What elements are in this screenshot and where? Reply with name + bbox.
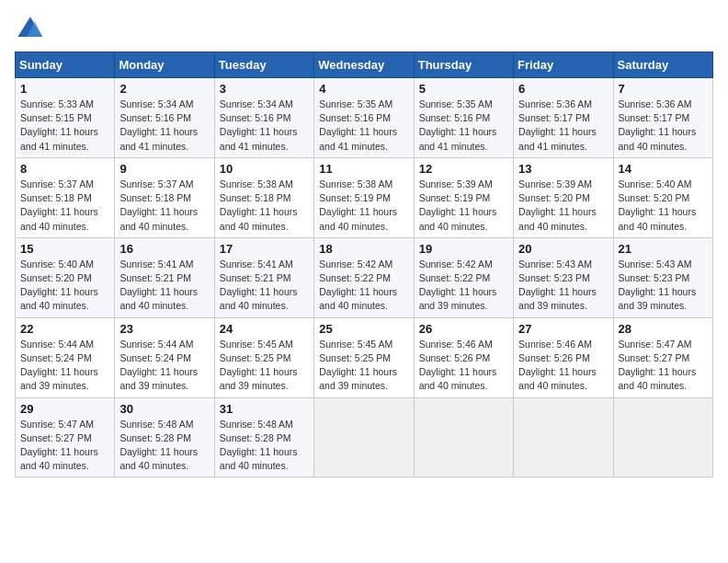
calendar-week-row: 15 Sunrise: 5:40 AM Sunset: 5:20 PM Dayl… — [16, 237, 713, 317]
day-number: 30 — [119, 402, 209, 416]
day-number: 4 — [319, 82, 408, 96]
calendar-day-16: 16 Sunrise: 5:41 AM Sunset: 5:21 PM Dayl… — [115, 237, 214, 317]
day-info: Sunrise: 5:41 AM Sunset: 5:21 PM Dayligh… — [220, 258, 309, 314]
day-info: Sunrise: 5:47 AM Sunset: 5:27 PM Dayligh… — [619, 338, 708, 394]
day-info: Sunrise: 5:45 AM Sunset: 5:25 PM Dayligh… — [220, 338, 309, 394]
day-info: Sunrise: 5:42 AM Sunset: 5:22 PM Dayligh… — [419, 258, 508, 314]
calendar-day-22: 22 Sunrise: 5:44 AM Sunset: 5:24 PM Dayl… — [16, 317, 115, 397]
calendar-day-19: 19 Sunrise: 5:42 AM Sunset: 5:22 PM Dayl… — [414, 237, 513, 317]
calendar-day-2: 2 Sunrise: 5:34 AM Sunset: 5:16 PM Dayli… — [115, 78, 214, 158]
day-number: 9 — [119, 162, 209, 176]
day-info: Sunrise: 5:36 AM Sunset: 5:17 PM Dayligh… — [619, 98, 708, 154]
header-saturday: Saturday — [613, 52, 712, 78]
day-info: Sunrise: 5:46 AM Sunset: 5:26 PM Dayligh… — [518, 338, 608, 394]
calendar-day-13: 13 Sunrise: 5:39 AM Sunset: 5:20 PM Dayl… — [514, 157, 613, 237]
calendar-day-26: 26 Sunrise: 5:46 AM Sunset: 5:26 PM Dayl… — [414, 317, 513, 397]
calendar-week-row: 1 Sunrise: 5:33 AM Sunset: 5:15 PM Dayli… — [16, 78, 713, 158]
header-wednesday: Wednesday — [314, 52, 414, 78]
day-info: Sunrise: 5:45 AM Sunset: 5:25 PM Dayligh… — [319, 338, 408, 394]
day-number: 26 — [419, 322, 508, 336]
calendar-day-28: 28 Sunrise: 5:47 AM Sunset: 5:27 PM Dayl… — [613, 317, 712, 397]
day-number: 22 — [20, 322, 109, 336]
calendar-day-15: 15 Sunrise: 5:40 AM Sunset: 5:20 PM Dayl… — [16, 237, 115, 317]
day-info: Sunrise: 5:39 AM Sunset: 5:19 PM Dayligh… — [419, 178, 508, 234]
calendar-day-12: 12 Sunrise: 5:39 AM Sunset: 5:19 PM Dayl… — [414, 157, 513, 237]
calendar-week-row: 22 Sunrise: 5:44 AM Sunset: 5:24 PM Dayl… — [16, 317, 713, 397]
day-number: 2 — [119, 82, 209, 96]
day-info: Sunrise: 5:44 AM Sunset: 5:24 PM Dayligh… — [20, 338, 109, 394]
day-info: Sunrise: 5:37 AM Sunset: 5:18 PM Dayligh… — [20, 178, 109, 234]
calendar-day-27: 27 Sunrise: 5:46 AM Sunset: 5:26 PM Dayl… — [514, 317, 613, 397]
day-number: 3 — [220, 82, 309, 96]
day-info: Sunrise: 5:35 AM Sunset: 5:16 PM Dayligh… — [419, 98, 508, 154]
calendar-day-30: 30 Sunrise: 5:48 AM Sunset: 5:28 PM Dayl… — [115, 397, 214, 477]
day-info: Sunrise: 5:40 AM Sunset: 5:20 PM Dayligh… — [619, 178, 708, 234]
day-number: 15 — [20, 242, 109, 256]
calendar-day-29: 29 Sunrise: 5:47 AM Sunset: 5:27 PM Dayl… — [16, 397, 115, 477]
day-number: 1 — [20, 82, 109, 96]
day-info: Sunrise: 5:47 AM Sunset: 5:27 PM Dayligh… — [20, 418, 109, 474]
header-monday: Monday — [115, 52, 214, 78]
calendar-day-6: 6 Sunrise: 5:36 AM Sunset: 5:17 PM Dayli… — [514, 78, 613, 158]
day-number: 14 — [619, 162, 708, 176]
calendar-week-row: 29 Sunrise: 5:47 AM Sunset: 5:27 PM Dayl… — [16, 397, 713, 477]
day-info: Sunrise: 5:35 AM Sunset: 5:16 PM Dayligh… — [319, 98, 408, 154]
day-number: 28 — [619, 322, 708, 336]
day-number: 16 — [119, 242, 209, 256]
calendar-day-9: 9 Sunrise: 5:37 AM Sunset: 5:18 PM Dayli… — [115, 157, 214, 237]
calendar-day-10: 10 Sunrise: 5:38 AM Sunset: 5:18 PM Dayl… — [214, 157, 313, 237]
day-number: 23 — [119, 322, 209, 336]
logo — [15, 15, 48, 40]
page-header — [15, 15, 713, 40]
day-info: Sunrise: 5:48 AM Sunset: 5:28 PM Dayligh… — [220, 418, 309, 474]
day-info: Sunrise: 5:37 AM Sunset: 5:18 PM Dayligh… — [119, 178, 209, 234]
logo-icon — [15, 15, 44, 40]
calendar-day-14: 14 Sunrise: 5:40 AM Sunset: 5:20 PM Dayl… — [613, 157, 712, 237]
day-info: Sunrise: 5:42 AM Sunset: 5:22 PM Dayligh… — [319, 258, 408, 314]
day-number: 25 — [319, 322, 408, 336]
day-info: Sunrise: 5:39 AM Sunset: 5:20 PM Dayligh… — [518, 178, 608, 234]
empty-cell — [414, 397, 513, 477]
day-number: 18 — [319, 242, 408, 256]
calendar-day-18: 18 Sunrise: 5:42 AM Sunset: 5:22 PM Dayl… — [314, 237, 414, 317]
header-thursday: Thursday — [414, 52, 513, 78]
day-number: 17 — [220, 242, 309, 256]
calendar-day-21: 21 Sunrise: 5:43 AM Sunset: 5:23 PM Dayl… — [613, 237, 712, 317]
day-info: Sunrise: 5:48 AM Sunset: 5:28 PM Dayligh… — [119, 418, 209, 474]
calendar-day-3: 3 Sunrise: 5:34 AM Sunset: 5:16 PM Dayli… — [214, 78, 313, 158]
calendar-table: Sunday Monday Tuesday Wednesday Thursday… — [15, 52, 713, 477]
calendar-day-17: 17 Sunrise: 5:41 AM Sunset: 5:21 PM Dayl… — [214, 237, 313, 317]
header-friday: Friday — [514, 52, 613, 78]
empty-cell — [514, 397, 613, 477]
day-info: Sunrise: 5:34 AM Sunset: 5:16 PM Dayligh… — [220, 98, 309, 154]
calendar-body: 1 Sunrise: 5:33 AM Sunset: 5:15 PM Dayli… — [16, 78, 713, 477]
day-number: 27 — [518, 322, 608, 336]
day-number: 10 — [220, 162, 309, 176]
calendar-day-11: 11 Sunrise: 5:38 AM Sunset: 5:19 PM Dayl… — [314, 157, 414, 237]
calendar-day-8: 8 Sunrise: 5:37 AM Sunset: 5:18 PM Dayli… — [16, 157, 115, 237]
day-info: Sunrise: 5:41 AM Sunset: 5:21 PM Dayligh… — [119, 258, 209, 314]
day-number: 29 — [20, 402, 109, 416]
day-number: 7 — [619, 82, 708, 96]
calendar-day-23: 23 Sunrise: 5:44 AM Sunset: 5:24 PM Dayl… — [115, 317, 214, 397]
header-sunday: Sunday — [16, 52, 115, 78]
calendar-week-row: 8 Sunrise: 5:37 AM Sunset: 5:18 PM Dayli… — [16, 157, 713, 237]
day-info: Sunrise: 5:36 AM Sunset: 5:17 PM Dayligh… — [518, 98, 608, 154]
day-info: Sunrise: 5:46 AM Sunset: 5:26 PM Dayligh… — [419, 338, 508, 394]
day-number: 12 — [419, 162, 508, 176]
day-number: 11 — [319, 162, 408, 176]
calendar-day-1: 1 Sunrise: 5:33 AM Sunset: 5:15 PM Dayli… — [16, 78, 115, 158]
day-info: Sunrise: 5:43 AM Sunset: 5:23 PM Dayligh… — [619, 258, 708, 314]
calendar-day-25: 25 Sunrise: 5:45 AM Sunset: 5:25 PM Dayl… — [314, 317, 414, 397]
day-info: Sunrise: 5:40 AM Sunset: 5:20 PM Dayligh… — [20, 258, 109, 314]
calendar-header-row: Sunday Monday Tuesday Wednesday Thursday… — [16, 52, 713, 78]
day-number: 6 — [518, 82, 608, 96]
empty-cell — [613, 397, 712, 477]
day-number: 21 — [619, 242, 708, 256]
day-info: Sunrise: 5:38 AM Sunset: 5:18 PM Dayligh… — [220, 178, 309, 234]
day-info: Sunrise: 5:34 AM Sunset: 5:16 PM Dayligh… — [119, 98, 209, 154]
day-info: Sunrise: 5:43 AM Sunset: 5:23 PM Dayligh… — [518, 258, 608, 314]
empty-cell — [314, 397, 414, 477]
day-number: 24 — [220, 322, 309, 336]
calendar-day-7: 7 Sunrise: 5:36 AM Sunset: 5:17 PM Dayli… — [613, 78, 712, 158]
